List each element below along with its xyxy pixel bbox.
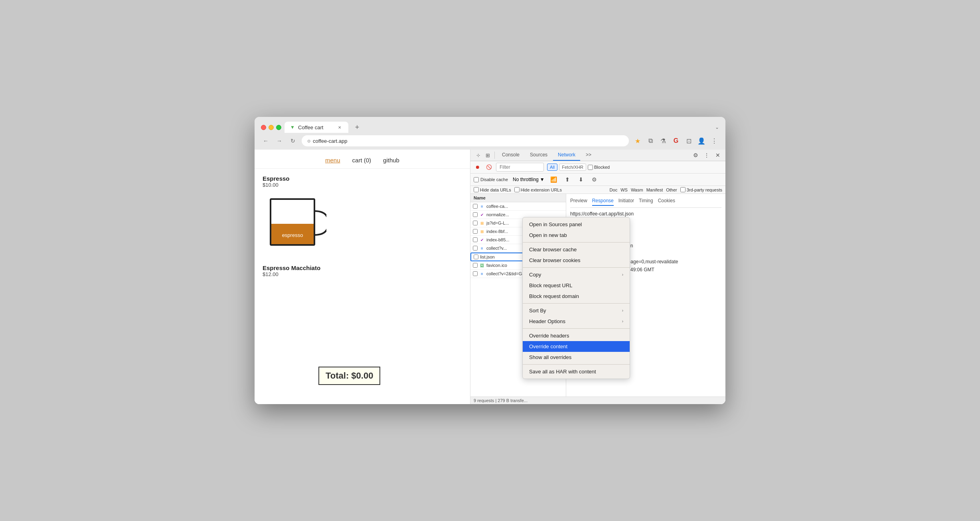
tab-close-button[interactable]: ✕ [336,124,343,130]
css-icon: ✔ [479,212,485,217]
menu-open-tab[interactable]: Open in new tab [523,230,630,241]
product-list: Espresso $10.00 espresso [255,169,470,292]
hide-data-urls-checkbox[interactable]: Hide data URLs [474,187,511,192]
filter-type-manifest[interactable]: Manifest [646,187,663,192]
detail-tabs: Preview Response Initiator Timing Cookie… [570,198,721,208]
filter-all[interactable]: All [547,164,557,171]
detail-tab-response[interactable]: Response [592,198,614,206]
profile-icon[interactable]: 👤 [697,136,706,146]
throttle-chevron: ▼ [540,177,545,182]
menu-block-domain[interactable]: Block request domain [523,291,630,302]
browser-tab[interactable]: ▼ Coffee cart ✕ [285,122,348,133]
upload-icon[interactable]: ⬆ [563,175,572,184]
device-icon[interactable]: ⊞ [483,151,492,160]
item-name: normalize... [486,212,563,217]
menu-copy-arrow: › [622,272,623,277]
menu-block-url[interactable]: Block request URL [523,280,630,291]
third-party-checkbox[interactable]: 3rd-party requests [680,187,722,192]
menu-override-content[interactable]: Override content [523,341,630,352]
menu-show-overrides[interactable]: Show all overrides [523,352,630,363]
close-devtools-button[interactable]: ✕ [713,151,722,160]
menu-clear-cookies[interactable]: Clear browser cookies [523,255,630,266]
filter-options: All Fetch/XHR Blocked [547,164,610,171]
address-input[interactable]: ⊙ coffee-cart.app [302,135,629,146]
split-view-icon[interactable]: ⊡ [684,136,694,146]
detail-tab-cookies[interactable]: Cookies [658,198,675,206]
separator-1 [523,242,630,243]
nav-menu[interactable]: menu [325,157,340,164]
devtools-tab-bar: ⊹ ⊞ Console Sources Network >> ⚙ ⋮ ✕ [470,150,725,161]
detail-tab-timing[interactable]: Timing [639,198,653,206]
back-button[interactable]: ← [261,136,271,146]
tab-console[interactable]: Console [497,150,524,161]
lab-icon[interactable]: ⚗ [658,136,668,146]
download-icon[interactable]: ⬇ [577,175,585,184]
inspect-icon[interactable]: ⊹ [474,151,482,160]
menu-open-sources[interactable]: Open in Sources panel [523,219,630,230]
wifi-icon[interactable]: 📶 [549,175,558,184]
menu-icon[interactable]: ⋮ [709,136,719,146]
detail-tab-initiator[interactable]: Initiator [618,198,634,206]
js-icon: ⊞ [479,229,485,234]
devtools-actions: ⚙ ⋮ ✕ [691,151,722,160]
website-panel: menu cart (0) github Espresso $10.00 [255,150,470,404]
maximize-button[interactable] [276,125,281,130]
network-settings-icon[interactable]: ⚙ [590,175,599,184]
close-button[interactable] [261,125,266,130]
menu-copy[interactable]: Copy › [523,269,630,280]
devtools-panel: ⊹ ⊞ Console Sources Network >> ⚙ ⋮ ✕ ⏺ 🚫 [470,150,725,404]
menu-clear-cache[interactable]: Clear browser cache [523,244,630,255]
grammarly-icon[interactable]: G [671,136,681,146]
tab-dropdown-button[interactable]: ⌄ [715,124,719,130]
forward-button[interactable]: → [275,136,284,146]
menu-override-headers-label: Override headers [529,333,569,339]
filter-type-ws[interactable]: WS [620,187,628,192]
extensions-icon[interactable]: ⧉ [646,136,655,146]
list-item[interactable]: ≡ coffee-ca... [470,202,566,211]
record-button[interactable]: ⏺ [474,163,482,171]
menu-override-headers[interactable]: Override headers [523,330,630,341]
doc-icon: ≡ [479,203,485,209]
minimize-button[interactable] [269,125,274,130]
new-tab-button[interactable]: + [352,122,363,133]
filter-fetch[interactable]: Fetch/XHR [559,164,586,171]
menu-block-url-label: Block request URL [529,282,572,288]
blocked-checkbox[interactable]: Blocked [588,165,610,170]
hide-ext-urls-checkbox[interactable]: Hide extension URLs [514,187,562,192]
settings-button[interactable]: ⚙ [691,151,700,160]
filter-type-doc[interactable]: Doc [610,187,618,192]
throttle-selector[interactable]: No throttling ▼ [513,177,545,182]
menu-save-har-label: Save all as HAR with content [529,369,596,375]
nav-cart[interactable]: cart (0) [352,157,371,164]
espresso-cup: espresso [263,191,326,255]
traffic-lights [261,125,281,130]
browser-window: ▼ Coffee cart ✕ + ⌄ ← → ↻ ⊙ coffee-cart.… [255,117,725,404]
menu-sort-by[interactable]: Sort By › [523,305,630,316]
throttle-label: No throttling [513,177,539,182]
nav-github[interactable]: github [383,157,399,164]
menu-header-options[interactable]: Header Options › [523,316,630,327]
network-list-header: Name [470,194,566,202]
filter-type-wasm[interactable]: Wasm [631,187,643,192]
clear-button[interactable]: 🚫 [485,163,493,171]
tab-sources[interactable]: Sources [525,150,552,161]
disable-cache-label: Disable cache [480,177,508,182]
hide-ext-urls-label: Hide extension URLs [521,187,562,192]
disable-cache-checkbox[interactable]: Disable cache [474,177,508,182]
separator-5 [523,364,630,365]
menu-show-overrides-label: Show all overrides [529,354,571,360]
tab-more[interactable]: >> [581,150,596,161]
menu-save-har[interactable]: Save all as HAR with content [523,366,630,377]
more-options-button[interactable]: ⋮ [702,151,711,160]
filter-type-other[interactable]: Other [666,187,677,192]
reload-button[interactable]: ↻ [288,136,298,146]
separator-4 [523,328,630,329]
tab-network[interactable]: Network [553,150,580,161]
product-macchiato: Espresso Macchiato $12.00 [263,264,462,277]
menu-open-tab-label: Open in new tab [529,232,567,238]
tab-title: Coffee cart [298,124,323,130]
detail-tab-preview[interactable]: Preview [570,198,587,206]
bookmark-icon[interactable]: ★ [633,136,642,146]
filter-input[interactable] [496,163,544,172]
browser-content: menu cart (0) github Espresso $10.00 [255,150,725,404]
